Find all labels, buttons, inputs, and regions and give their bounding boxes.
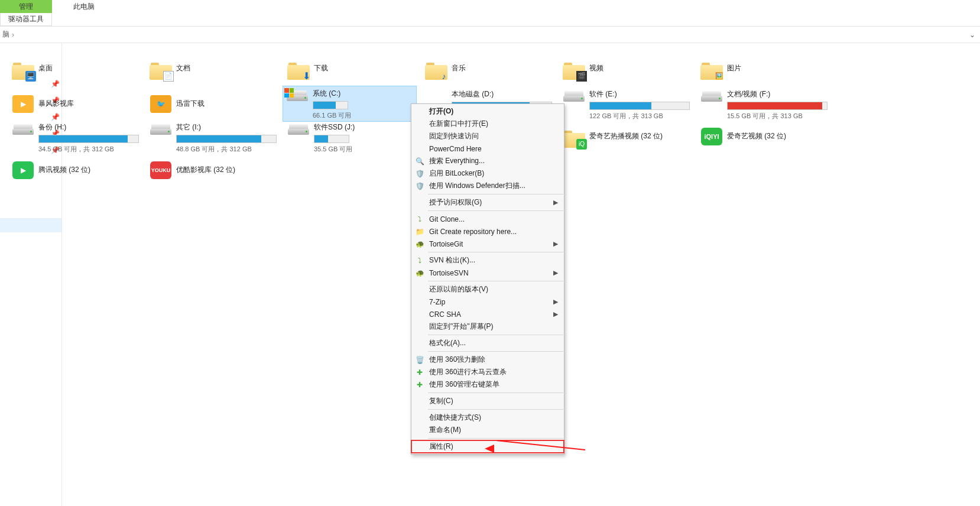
app-iqiyi-hot[interactable]: iQ 爱奇艺热播视频 (32 位) — [560, 123, 693, 150]
ctx-360-menu[interactable]: ✚使用 360管理右键菜单 — [411, 378, 564, 391]
ctx-grant-access[interactable]: 授予访问权限(G)▶ — [411, 196, 564, 209]
ctx-separator — [428, 351, 563, 352]
usage-bar — [313, 101, 348, 109]
drive-subtext: 66.1 GB 可用 — [313, 111, 416, 120]
app-label: 爱奇艺视频 (32 位) — [727, 132, 786, 141]
app-tencent[interactable]: ▶ 腾讯视频 (32 位) — [9, 157, 142, 183]
folder-documents[interactable]: 📄 文档 — [147, 55, 280, 82]
folder-label: 桌面 — [38, 64, 53, 73]
folder-baofeng[interactable]: ▶ 暴风影视库 — [9, 90, 142, 117]
drive-title: 软件SSD (J:) — [314, 122, 408, 132]
chevron-right-icon: ▶ — [553, 310, 558, 318]
folder-label: 图片 — [727, 64, 741, 73]
drive-subtext: 34.5 GB 可用，共 312 GB — [38, 145, 142, 154]
folder-videos[interactable]: 🎬 视频 — [560, 55, 693, 82]
drive-h[interactable]: 备份 (H:) 34.5 GB 可用，共 312 GB — [9, 121, 142, 154]
ctx-open[interactable]: 打开(O) — [411, 105, 564, 118]
360-icon: 🗑️ — [415, 355, 424, 365]
app-icon: YOUKU — [149, 158, 173, 182]
folder-icon: 🖥️ — [11, 57, 35, 80]
drive-e[interactable]: 软件 (E:) 122 GB 可用，共 313 GB — [560, 88, 693, 121]
ctx-7zip[interactable]: 7-Zip▶ — [411, 296, 564, 308]
ctx-copy[interactable]: 复制(C) — [411, 395, 564, 407]
usage-bar — [38, 135, 139, 143]
ctx-tortoisesvn[interactable]: 🐢TortoiseSVN▶ — [411, 267, 564, 279]
ctx-separator — [428, 281, 563, 281]
ctx-360-scan[interactable]: ✚使用 360进行木马云查杀 — [411, 366, 564, 378]
ctx-restore-previous[interactable]: 还原以前的版本(V) — [411, 283, 564, 296]
tortoise-icon: 🐢 — [415, 239, 424, 249]
drive-i[interactable]: 其它 (I:) 48.8 GB 可用，共 312 GB — [147, 121, 280, 154]
tortoise-icon: 🐢 — [415, 268, 424, 278]
svn-icon: ⤵ — [415, 256, 424, 265]
drive-j[interactable]: 软件SSD (J:) 35.5 GB 可用 — [284, 121, 408, 154]
360-icon: ✚ — [415, 380, 424, 390]
folder-xunlei[interactable]: 🐦 迅雷下载 — [147, 90, 280, 117]
ctx-open-new-window[interactable]: 在新窗口中打开(E) — [411, 118, 564, 130]
breadcrumb-sep: › — [12, 31, 14, 39]
drive-icon — [285, 89, 309, 108]
ctx-bitlocker[interactable]: 🛡️启用 BitLocker(B) — [411, 167, 564, 180]
ctx-separator — [428, 210, 563, 211]
app-icon: ▶ — [11, 92, 35, 116]
drive-f[interactable]: 文档/视频 (F:) 15.5 GB 可用，共 313 GB — [697, 88, 830, 121]
ctx-create-shortcut[interactable]: 创建快捷方式(S) — [411, 411, 564, 424]
folder-pictures[interactable]: 🖼️ 图片 — [697, 55, 830, 82]
app-youku[interactable]: YOUKU 优酷影视库 (32 位) — [147, 157, 280, 183]
address-dropdown-icon[interactable]: ⌄ — [969, 31, 975, 39]
folder-downloads[interactable]: ⬇ 下载 — [284, 55, 417, 82]
app-label: 优酷影视库 (32 位) — [176, 166, 235, 175]
ctx-tortoisegit[interactable]: 🐢TortoiseGit▶ — [411, 238, 564, 250]
drive-subtext: 15.5 GB 可用，共 313 GB — [727, 112, 830, 121]
ctx-powercmd[interactable]: PowerCmd Here — [411, 142, 564, 155]
breadcrumb-root[interactable]: 脑 — [2, 30, 9, 40]
usage-bar — [176, 135, 277, 143]
folder-desktop[interactable]: 🖥️ 桌面 — [9, 55, 142, 82]
chevron-right-icon: ▶ — [553, 269, 558, 277]
folder-label: 文档 — [176, 64, 190, 73]
app-label: 爱奇艺热播视频 (32 位) — [589, 132, 663, 141]
chevron-right-icon: ▶ — [553, 199, 558, 206]
ctx-format[interactable]: 格式化(A)... — [411, 337, 564, 349]
address-bar[interactable]: 脑 › — [0, 27, 980, 43]
ribbon-tab-driver-label: 驱动器工具 — [8, 14, 44, 24]
usage-bar — [589, 102, 690, 110]
ctx-crc-sha[interactable]: CRC SHA▶ — [411, 308, 564, 320]
usage-bar — [314, 135, 349, 143]
folder-icon: ♪ — [424, 57, 448, 80]
app-iqiyi[interactable]: iQIYI 爱奇艺视频 (32 位) — [697, 123, 830, 150]
chevron-right-icon: ▶ — [553, 298, 558, 306]
drive-subtext: 35.5 GB 可用 — [314, 145, 408, 154]
ribbon-tab-thispc[interactable]: 此电脑 — [58, 0, 110, 13]
ctx-360-delete[interactable]: 🗑️使用 360强力删除 — [411, 353, 564, 366]
ribbon-tab-manage-label: 管理 — [19, 2, 33, 12]
ctx-search-everything[interactable]: 🔍搜索 Everything... — [411, 155, 564, 167]
ctx-svn-checkout[interactable]: ⤵SVN 检出(K)... — [411, 254, 564, 267]
git-icon: 📁 — [415, 227, 424, 236]
git-icon: ⤵ — [415, 215, 424, 224]
ribbon-tab-manage[interactable]: 管理 — [0, 0, 52, 13]
app-icon: 🐦 — [149, 92, 173, 116]
ctx-separator — [428, 252, 563, 252]
drive-subtext: 48.8 GB 可用，共 312 GB — [176, 145, 280, 154]
ribbon-tab-driver-tools[interactable]: 驱动器工具 — [0, 13, 52, 26]
ctx-git-create-repo[interactable]: 📁Git Create repository here... — [411, 225, 564, 238]
folder-label: 音乐 — [452, 64, 466, 73]
drive-c[interactable]: 系统 (C:) 66.1 GB 可用 — [283, 86, 416, 121]
drive-title: 文档/视频 (F:) — [727, 89, 830, 99]
app-icon: iQ — [562, 125, 586, 148]
360-icon: ✚ — [415, 368, 424, 377]
ctx-git-clone[interactable]: ⤵Git Clone... — [411, 213, 564, 225]
drive-icon — [700, 89, 723, 108]
folder-icon: 📄 — [149, 57, 173, 80]
search-icon: 🔍 — [415, 157, 424, 166]
usage-bar — [727, 102, 828, 110]
app-icon: iQIYI — [700, 125, 723, 148]
ctx-defender-scan[interactable]: 🛡️使用 Windows Defender扫描... — [411, 180, 564, 192]
ctx-pin-quick-access[interactable]: 固定到快速访问 — [411, 130, 564, 142]
folder-music[interactable]: ♪ 音乐 — [422, 55, 555, 82]
ctx-rename[interactable]: 重命名(M) — [411, 424, 564, 436]
drive-icon — [149, 122, 173, 141]
ctx-pin-to-start[interactable]: 固定到"开始"屏幕(P) — [411, 320, 564, 333]
defender-icon: 🛡️ — [415, 181, 424, 191]
